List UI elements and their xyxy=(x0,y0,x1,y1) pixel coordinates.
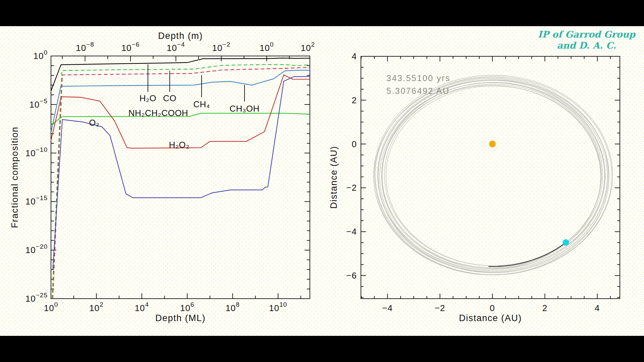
orbit-annotation-distance: 5.3076492 AU xyxy=(386,84,450,97)
orbit-y-tick-label: 4 xyxy=(352,51,357,61)
orbit-x-tick-label: −2 xyxy=(435,303,445,313)
comet-marker xyxy=(562,239,569,246)
top-x-axis-tick-label: 100 xyxy=(260,41,274,53)
orbit-ring xyxy=(386,86,601,265)
y-axis-tick-label: 10−10 xyxy=(25,146,48,158)
left-chart-top-axis-title: Depth (m) xyxy=(158,31,203,41)
top-x-axis-tick-label: 102 xyxy=(301,41,315,53)
y-axis-tick-label: 100 xyxy=(34,49,48,61)
y-axis-tick-label: 10−25 xyxy=(25,292,48,304)
species-label-h2o: H₂O xyxy=(140,93,157,103)
watermark: IP of Garrod Group and D. A. C. xyxy=(538,29,635,51)
stage: 100102104106108101010−810−610−410−210010… xyxy=(0,0,644,362)
left-chart-y-axis-title: Fractional composition xyxy=(10,126,20,228)
top-x-axis-tick-label: 10−6 xyxy=(121,41,140,53)
x-axis-tick-label: 108 xyxy=(225,301,240,313)
orbit-y-tick-label: 2 xyxy=(352,95,357,105)
orbit-chart-y-axis-title: Distance (AU) xyxy=(329,146,339,209)
species-label-o2: O₂ xyxy=(89,118,99,128)
orbit-x-tick-label: 2 xyxy=(542,303,547,313)
orbit-y-tick-label: −2 xyxy=(346,183,357,193)
left-chart-bottom-axis-title: Depth (ML) xyxy=(155,313,206,323)
watermark-line1: IP of Garrod Group xyxy=(538,29,635,40)
species-label-ch4: CH₄ xyxy=(193,99,210,109)
species-label-co: CO xyxy=(163,93,176,103)
orbit-y-tick-label: −6 xyxy=(346,270,357,281)
orbit-ring xyxy=(378,80,609,273)
orbit-x-tick-label: 4 xyxy=(595,303,600,313)
orbit-annotation: 343.55100 yrs 5.3076492 AU xyxy=(386,72,450,97)
orbit-x-tick-label: 0 xyxy=(490,303,495,313)
composition-chart: 100102104106108101010−810−610−410−210010… xyxy=(25,41,315,313)
orbit-annotation-years: 343.55100 yrs xyxy=(386,72,450,84)
curve-ch4 xyxy=(53,67,310,299)
top-x-axis-tick-label: 10−4 xyxy=(167,41,185,53)
top-x-axis-tick-label: 10−8 xyxy=(76,41,94,53)
x-axis-tick-label: 104 xyxy=(135,301,149,313)
composition-plot-frame xyxy=(51,56,310,299)
x-axis-tick-label: 100 xyxy=(44,301,58,313)
y-axis-tick-label: 10−20 xyxy=(25,243,48,255)
charts-canvas: 100102104106108101010−810−610−410−210010… xyxy=(0,0,644,362)
species-label-glycine: NH₂CH₂COOH xyxy=(128,108,188,118)
top-x-axis-tick-label: 10−2 xyxy=(212,41,230,53)
x-axis-tick-label: 106 xyxy=(180,301,195,313)
x-axis-tick-label: 1010 xyxy=(269,301,287,313)
orbit-y-tick-label: −4 xyxy=(346,227,357,237)
orbit-x-tick-label: −4 xyxy=(382,303,393,313)
y-axis-tick-label: 10−5 xyxy=(29,98,48,110)
orbit-ring xyxy=(375,76,612,275)
sun-marker xyxy=(489,141,496,147)
curve-o2 xyxy=(53,76,310,269)
species-label-ch3oh: CH₃OH xyxy=(229,104,260,114)
y-axis-tick-label: 10−15 xyxy=(25,194,48,206)
orbit-chart-x-axis-title: Distance (AU) xyxy=(459,313,522,323)
species-label-h2o2: H₂O₂ xyxy=(169,140,189,150)
watermark-line2: and D. A. C. xyxy=(538,40,635,51)
orbit-y-tick-label: 0 xyxy=(352,139,357,149)
x-axis-tick-label: 102 xyxy=(89,301,104,313)
